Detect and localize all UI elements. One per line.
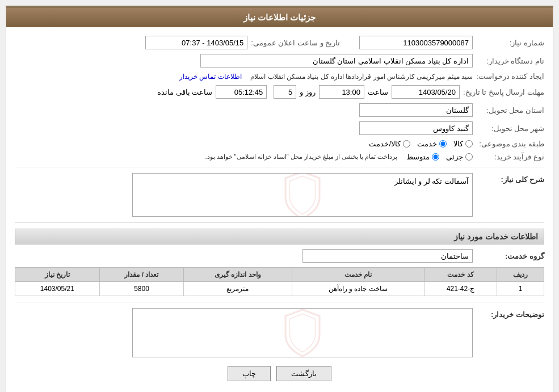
col-need-date: تاریخ نیاز: [15, 268, 100, 282]
city-input[interactable]: [359, 121, 473, 135]
pub-date-input[interactable]: [145, 36, 247, 49]
divider1: [15, 167, 544, 167]
creator-value: سید میثم میرکریمی کارشناس امور قراردادها…: [250, 73, 473, 81]
buyer-notes-label: توضیحات خریدار:: [476, 308, 544, 319]
divider2: [15, 222, 544, 223]
pub-date-label: تاریخ و ساعت اعلان عمومی:: [251, 39, 340, 47]
cell-quantity: 5800: [99, 282, 184, 296]
col-unit: واحد اندازه گیری: [184, 268, 292, 282]
response-deadline-label: مهلت ارسال پاسخ تا تاریخ:: [463, 88, 544, 96]
creator-contact-link[interactable]: اطلاعات تماس خریدار: [179, 73, 242, 81]
creator-label: ایجاد کننده درخواست:: [476, 72, 544, 81]
purchase-motavaset-radio[interactable]: [432, 153, 439, 161]
purchase-jozei-label: جزئی: [446, 153, 463, 161]
category-khedmat-label: خدمت: [417, 140, 437, 148]
remaining-label: ساعت باقی مانده: [157, 88, 212, 96]
buyer-org-label: نام دستگاه خریدار:: [476, 57, 544, 65]
page-title: جزئیات اطلاعات نیاز: [6, 8, 553, 27]
purchase-jozei-radio[interactable]: [465, 153, 473, 161]
response-days-input[interactable]: [274, 85, 296, 99]
cell-need_date: 1403/05/21: [15, 282, 100, 296]
province-label: استان محل تحویل:: [476, 106, 544, 115]
col-row-num: ردیف: [497, 268, 544, 282]
category-kala-label: کالا: [453, 140, 463, 148]
response-time-input[interactable]: [319, 85, 364, 99]
need-number-label: شماره نیاز:: [476, 39, 544, 47]
province-input[interactable]: [359, 103, 473, 117]
category-khedmat-radio[interactable]: [439, 140, 447, 147]
col-service-code: کد خدمت: [424, 268, 497, 282]
cell-row_num: 1: [497, 282, 544, 296]
days-label: روز و: [300, 88, 316, 96]
table-row: 1ج-42-421ساخت جاده و راه‌آهنمترمربع58001…: [15, 282, 544, 296]
category-kala-radio[interactable]: [465, 140, 473, 147]
category-both-label: کالا/خدمت: [369, 140, 401, 148]
category-both-radio[interactable]: [403, 140, 410, 147]
response-date-input[interactable]: [392, 85, 460, 99]
service-group-input[interactable]: [302, 249, 473, 263]
col-service-name: نام خدمت: [292, 268, 424, 282]
col-quantity: تعداد / مقدار: [99, 268, 184, 282]
need-number-input[interactable]: [359, 36, 473, 49]
purchase-type-note: پرداخت تمام یا بخشی از مبلغ خریداز محل "…: [205, 153, 397, 161]
remaining-time-input[interactable]: [216, 85, 267, 99]
general-desc-label: شرح کلی نیاز:: [476, 173, 544, 184]
back-button[interactable]: بازگشت: [276, 366, 331, 381]
services-table: ردیف کد خدمت نام خدمت واحد اندازه گیری ت…: [15, 267, 544, 296]
buyer-notes-textarea[interactable]: [136, 312, 469, 352]
category-label: طبقه بندی موضوعی:: [476, 140, 544, 148]
print-button[interactable]: چاپ: [228, 366, 271, 381]
buyer-org-input[interactable]: [200, 54, 473, 68]
time-label: ساعت: [368, 88, 388, 96]
purchase-type-radio-group: جزئی متوسط: [406, 153, 473, 161]
service-group-label: گروه خدمت:: [476, 252, 544, 260]
city-label: شهر محل تحویل:: [476, 124, 544, 133]
purchase-type-label: نوع فرآیند خرید:: [476, 153, 544, 161]
bottom-buttons: بازگشت چاپ: [15, 366, 544, 387]
services-section-title: اطلاعات خدمات مورد نیاز: [15, 229, 544, 245]
divider3: [15, 302, 544, 302]
cell-service_name: ساخت جاده و راه‌آهن: [292, 282, 424, 296]
purchase-motavaset-label: متوسط: [406, 153, 430, 161]
category-radio-group: کالا خدمت کالا/خدمت: [369, 140, 473, 148]
cell-unit: مترمربع: [184, 282, 292, 296]
cell-service_code: ج-42-421: [424, 282, 497, 296]
general-description-textarea[interactable]: آسفالت تکه لر و ایشانلر: [136, 177, 469, 211]
